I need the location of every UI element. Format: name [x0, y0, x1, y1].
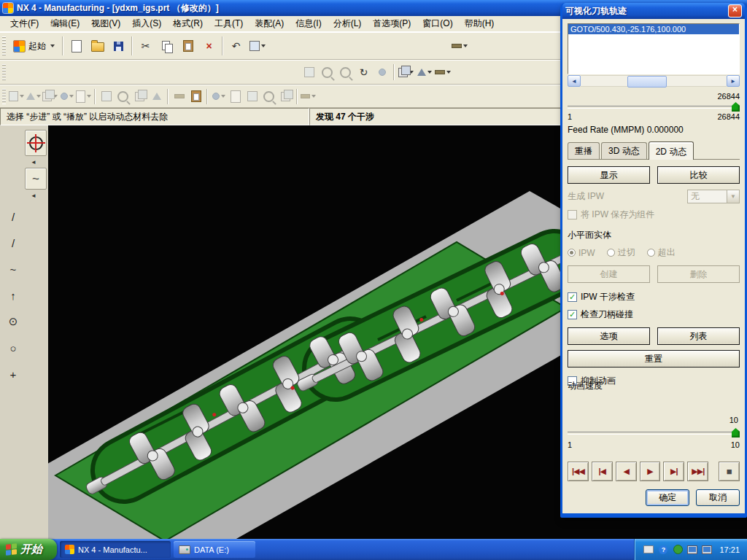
go-to-start-button[interactable]: |◀◀ — [568, 462, 589, 481]
menu-assemblies[interactable]: 装配(A) — [249, 16, 290, 31]
circle-icon[interactable]: ○ — [4, 338, 23, 357]
step-forward-button[interactable]: ▶| — [663, 462, 684, 481]
zoom-icon[interactable] — [318, 63, 336, 82]
scroll-right-icon[interactable]: ► — [727, 75, 740, 87]
arc-icon[interactable]: / — [4, 233, 23, 252]
menu-edit[interactable]: 编辑(E) — [44, 16, 85, 31]
toolbar-overflow-icon[interactable] — [450, 37, 468, 55]
menu-view[interactable]: 视图(V) — [85, 16, 126, 31]
create-program-icon[interactable] — [8, 88, 25, 105]
spline-tool-button[interactable]: ~ — [25, 168, 47, 190]
command-dropdown-icon[interactable] — [247, 36, 268, 57]
taskbar-task-data-drive[interactable]: DATA (E:) — [174, 541, 255, 558]
menu-information[interactable]: 信息(I) — [290, 16, 327, 31]
flashlight-icon[interactable] — [187, 88, 204, 105]
line-icon[interactable]: / — [4, 207, 23, 226]
show-button[interactable]: 显示 — [568, 166, 650, 184]
copy-icon[interactable] — [156, 36, 177, 57]
toolbar-grip[interactable] — [2, 36, 6, 55]
tray-ime-icon[interactable] — [643, 545, 654, 554]
taskbar-clock[interactable]: 17:21 — [719, 545, 740, 554]
close-icon[interactable]: × — [728, 4, 742, 18]
shaded-display-icon[interactable] — [397, 63, 415, 82]
menu-preferences[interactable]: 首选项(P) — [367, 16, 417, 31]
tab-replay[interactable]: 重播 — [568, 142, 600, 159]
tool-display-icon[interactable] — [260, 88, 277, 105]
delete-icon[interactable]: × — [198, 36, 220, 57]
point-icon[interactable]: ↑ — [4, 286, 23, 305]
ipw-interference-checkbox[interactable]: ✓ IPW 干涉检查 — [568, 291, 740, 303]
selection-ball-button[interactable] — [25, 130, 47, 156]
list-button[interactable]: 列表 — [657, 327, 740, 345]
listbox-horizontal-scrollbar[interactable]: ◄ ► — [568, 75, 740, 87]
simulate-icon[interactable] — [148, 88, 165, 105]
new-part-icon[interactable] — [66, 36, 87, 57]
open-part-icon[interactable] — [87, 36, 108, 57]
post-process-icon[interactable] — [210, 88, 227, 105]
zoom-in-out-icon[interactable] — [336, 63, 355, 82]
cancel-button[interactable]: 取消 — [696, 489, 740, 506]
verify-toolpath-icon[interactable] — [131, 88, 148, 105]
cut-icon[interactable]: ✂ — [135, 36, 156, 57]
generate-toolpath-icon[interactable] — [98, 88, 115, 105]
path-slider-thumb[interactable] — [732, 102, 740, 112]
view-more-icon[interactable] — [433, 63, 452, 82]
animation-speed-slider[interactable] — [568, 427, 740, 438]
holder-collision-checkbox[interactable]: ✓ 检查刀柄碰撞 — [568, 308, 740, 321]
compare-button[interactable]: 比较 — [657, 166, 740, 184]
ok-button[interactable]: 确定 — [646, 489, 689, 506]
circle-center-icon[interactable]: ⊙ — [4, 312, 23, 331]
scrollbar-thumb[interactable] — [627, 76, 667, 88]
menu-insert[interactable]: 插入(S) — [126, 16, 167, 31]
menu-window[interactable]: 窗口(O) — [417, 16, 458, 31]
toolbar-grip[interactable] — [2, 64, 6, 80]
options-button[interactable]: 选项 — [568, 327, 650, 345]
goto-line-selected[interactable]: GOTO/500.430,-25.176,100.000 — [568, 24, 739, 34]
tray-antivirus-icon[interactable] — [673, 545, 683, 554]
path-position-slider[interactable] — [568, 101, 740, 112]
options-more-icon[interactable] — [300, 88, 317, 105]
start-application-button[interactable]: 起始 — [8, 35, 60, 57]
play-forward-button[interactable]: ▶ — [640, 462, 661, 481]
tray-display-icon[interactable] — [702, 545, 712, 554]
undo-icon[interactable]: ↶ — [225, 36, 247, 57]
taskbar-task-nx[interactable]: NX 4 - Manufactu... — [60, 541, 171, 558]
go-to-end-button[interactable]: ▶▶| — [687, 462, 708, 481]
list-output-icon[interactable] — [171, 88, 187, 105]
plus-icon[interactable]: + — [4, 365, 23, 384]
menu-file[interactable]: 文件(F) — [4, 16, 44, 31]
machine-control-icon[interactable] — [244, 88, 260, 105]
menu-format[interactable]: 格式(R) — [167, 16, 209, 31]
checkmark-icon[interactable]: ✓ — [568, 310, 577, 319]
create-operation-icon[interactable] — [75, 88, 92, 105]
start-button[interactable]: 开始 — [0, 539, 57, 560]
step-back-button[interactable]: |◀ — [592, 462, 613, 481]
refresh-view-icon[interactable]: ↻ — [355, 63, 373, 82]
collapse-left-icon[interactable]: ◄ — [31, 192, 36, 199]
fit-view-icon[interactable] — [300, 63, 318, 82]
menu-help[interactable]: 帮助(H) — [459, 16, 500, 31]
toolpath-listbox[interactable]: GOTO/500.430,-25.176,100.000 — [568, 23, 740, 74]
menu-analysis[interactable]: 分析(L) — [328, 16, 368, 31]
collapse-left-icon[interactable]: ◄ — [31, 159, 36, 166]
create-geometry-icon[interactable] — [42, 88, 58, 105]
view-orientation-icon[interactable] — [415, 63, 433, 82]
checkmark-icon[interactable]: ✓ — [568, 292, 577, 302]
tab-3d-dynamic[interactable]: 3D 动态 — [601, 142, 647, 159]
workpiece-display-icon[interactable] — [277, 88, 294, 105]
create-method-icon[interactable] — [58, 88, 75, 105]
reset-button[interactable]: 重置 — [568, 350, 740, 368]
speed-slider-thumb[interactable] — [732, 428, 740, 438]
shop-documentation-icon[interactable] — [227, 88, 244, 105]
menu-tools[interactable]: 工具(T) — [209, 16, 249, 31]
paste-icon[interactable] — [177, 36, 198, 57]
toolbar-grip[interactable] — [2, 89, 6, 104]
tray-help-icon[interactable]: ? — [658, 545, 668, 554]
scroll-left-icon[interactable]: ◄ — [568, 75, 581, 87]
create-tool-icon[interactable] — [25, 88, 42, 105]
tab-2d-dynamic[interactable]: 2D 动态 — [649, 141, 694, 160]
play-backward-button[interactable]: ◀ — [616, 462, 637, 481]
tray-network-icon[interactable] — [687, 545, 697, 554]
rotate-view-icon[interactable] — [373, 63, 391, 82]
stop-button[interactable]: ■ — [719, 462, 740, 481]
